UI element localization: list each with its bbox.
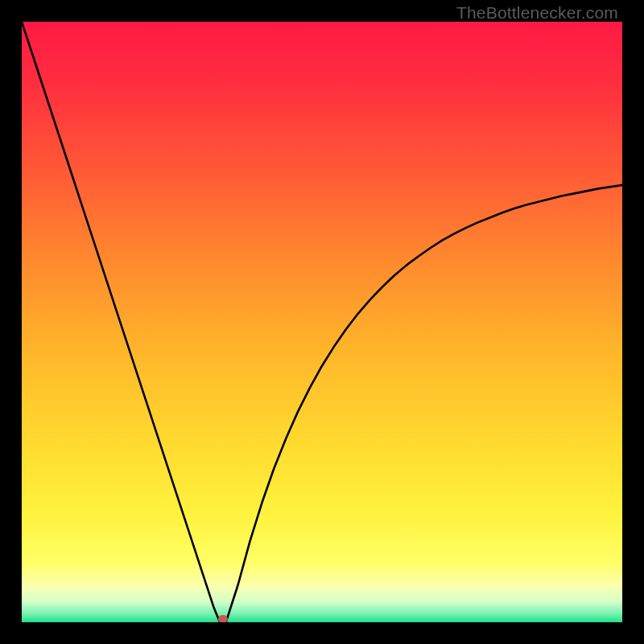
chart-background — [22, 22, 622, 622]
watermark-text: TheBottlenecker.com — [456, 3, 618, 23]
chart-frame — [22, 22, 622, 622]
bottleneck-chart — [22, 22, 622, 622]
